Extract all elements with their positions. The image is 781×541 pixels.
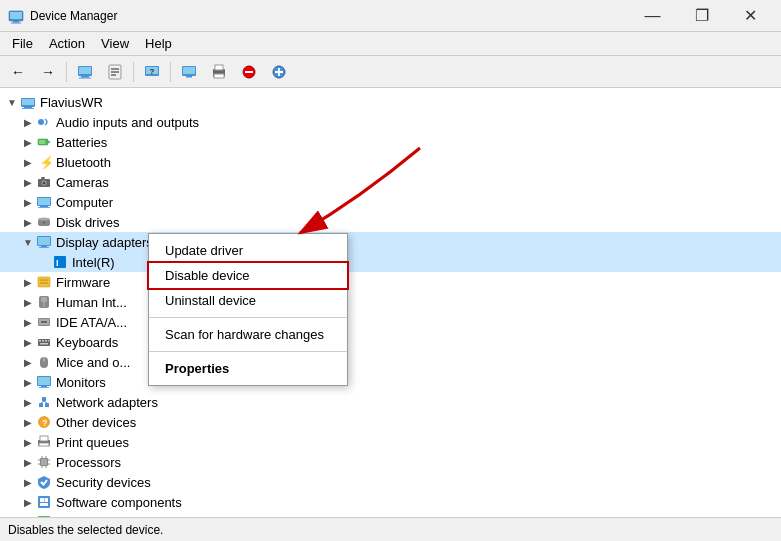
help-button[interactable]: ? (138, 59, 166, 85)
network-expand-icon: ▶ (20, 394, 36, 410)
svg-rect-73 (39, 387, 49, 388)
svg-rect-1 (10, 12, 22, 19)
tree-item-sw-components[interactable]: ▶ Software components (0, 492, 781, 512)
svg-rect-52 (38, 277, 50, 287)
svg-rect-20 (214, 74, 224, 78)
tree-item-keyboard[interactable]: ▶ Keyboards (0, 332, 781, 352)
ctx-separator-2 (149, 351, 347, 352)
maximize-button[interactable]: ❐ (679, 2, 724, 30)
svg-rect-33 (39, 140, 45, 144)
bluetooth-icon: ⚡ (36, 154, 52, 170)
tree-root[interactable]: ▼ FlaviusWR (0, 92, 781, 112)
svg-rect-65 (48, 340, 49, 342)
disk-icon (36, 214, 52, 230)
other-label: Other devices (56, 415, 136, 430)
svg-rect-38 (41, 177, 45, 179)
status-bar: Disables the selected device. (0, 517, 781, 541)
scan-button[interactable] (175, 59, 203, 85)
processors-label: Processors (56, 455, 121, 470)
svg-rect-6 (81, 76, 89, 78)
svg-rect-29 (22, 108, 34, 109)
add-hardware-button[interactable] (265, 59, 293, 85)
firmware-expand-icon: ▶ (20, 274, 36, 290)
tree-item-firmware[interactable]: ▶ Firmware (0, 272, 781, 292)
tree-item-intel[interactable]: I Intel(R) (0, 252, 781, 272)
ctx-update-driver[interactable]: Update driver (149, 238, 347, 263)
svg-rect-27 (22, 99, 34, 105)
tree-item-security[interactable]: ▶ Security devices (0, 472, 781, 492)
properties-button[interactable] (101, 59, 129, 85)
tree-item-disk[interactable]: ▶ Disk drives (0, 212, 781, 232)
tree-item-monitors[interactable]: ▶ Monitors (0, 372, 781, 392)
audio-icon (36, 114, 52, 130)
minimize-button[interactable]: — (630, 2, 675, 30)
svg-rect-7 (79, 77, 91, 78)
computer-properties-button[interactable] (71, 59, 99, 85)
tree-item-hid[interactable]: ▶ Human Int... (0, 292, 781, 312)
ctx-scan-hardware[interactable]: Scan for hardware changes (149, 322, 347, 347)
root-label: FlaviusWR (40, 95, 103, 110)
window-controls: — ❐ ✕ (630, 2, 773, 30)
monitors-label: Monitors (56, 375, 106, 390)
security-icon (36, 474, 52, 490)
cameras-label: Cameras (56, 175, 109, 190)
svg-rect-40 (38, 198, 50, 205)
svg-rect-48 (41, 246, 47, 247)
computer-icon (36, 194, 52, 210)
tree-item-other[interactable]: ▶ ? Other devices (0, 412, 781, 432)
hid-label: Human Int... (56, 295, 127, 310)
svg-rect-47 (38, 237, 50, 245)
ctx-properties[interactable]: Properties (149, 356, 347, 381)
svg-rect-41 (40, 206, 48, 207)
print-button[interactable] (205, 59, 233, 85)
svg-rect-63 (42, 340, 44, 342)
ctx-disable-device[interactable]: Disable device (149, 263, 347, 288)
disk-label: Disk drives (56, 215, 120, 230)
status-text: Disables the selected device. (8, 523, 163, 537)
firmware-icon (36, 274, 52, 290)
tree-item-audio[interactable]: ▶ Audio inputs and outputs (0, 112, 781, 132)
svg-rect-5 (79, 67, 91, 74)
context-menu: Update driver Disable device Uninstall d… (148, 233, 348, 386)
close-button[interactable]: ✕ (728, 2, 773, 30)
menu-action[interactable]: Action (41, 34, 93, 53)
tree-item-batteries[interactable]: ▶ Batteries (0, 132, 781, 152)
tree-item-cameras[interactable]: ▶ Cameras (0, 172, 781, 192)
tree-item-processors[interactable]: ▶ Processors (0, 452, 781, 472)
menu-file[interactable]: File (4, 34, 41, 53)
ctx-uninstall-device[interactable]: Uninstall device (149, 288, 347, 313)
sw-devices-icon: S (36, 514, 52, 517)
toolbar-separator-1 (66, 62, 67, 82)
back-button[interactable]: ← (4, 59, 32, 85)
toolbar-separator-2 (133, 62, 134, 82)
tree-item-display[interactable]: ▼ Display adapters (0, 232, 781, 252)
main-content: ▼ FlaviusWR ▶ Audio inputs and outputs ▶… (0, 88, 781, 517)
mice-icon (36, 354, 52, 370)
tree-item-network[interactable]: ▶ Network adapters (0, 392, 781, 412)
tree-item-ide[interactable]: ▶ IDE ATA/A... (0, 312, 781, 332)
cameras-expand-icon: ▶ (20, 174, 36, 190)
tree-item-mice[interactable]: ▶ Mice and o... (0, 352, 781, 372)
menu-bar: File Action View Help (0, 32, 781, 56)
svg-rect-16 (183, 67, 195, 74)
tree-item-print[interactable]: ▶ Print queues (0, 432, 781, 452)
cameras-icon (36, 174, 52, 190)
tree-item-computer[interactable]: ▶ Computer (0, 192, 781, 212)
window-title: Device Manager (30, 9, 630, 23)
bluetooth-expand-icon: ▶ (20, 154, 36, 170)
computer-expand-icon: ▶ (20, 194, 36, 210)
audio-expand-icon: ▶ (20, 114, 36, 130)
disable-button[interactable] (235, 59, 263, 85)
menu-view[interactable]: View (93, 34, 137, 53)
tree-item-bluetooth[interactable]: ▶ ⚡ Bluetooth (0, 152, 781, 172)
svg-rect-71 (38, 377, 50, 385)
svg-rect-74 (39, 403, 43, 407)
tree-item-sw-devices[interactable]: ▶ S Software devices (0, 512, 781, 517)
svg-rect-83 (39, 443, 49, 446)
network-label: Network adapters (56, 395, 158, 410)
hid-expand-icon: ▶ (20, 294, 36, 310)
svg-rect-3 (11, 22, 21, 23)
forward-button[interactable]: → (34, 59, 62, 85)
menu-help[interactable]: Help (137, 34, 180, 53)
ctx-separator-1 (149, 317, 347, 318)
